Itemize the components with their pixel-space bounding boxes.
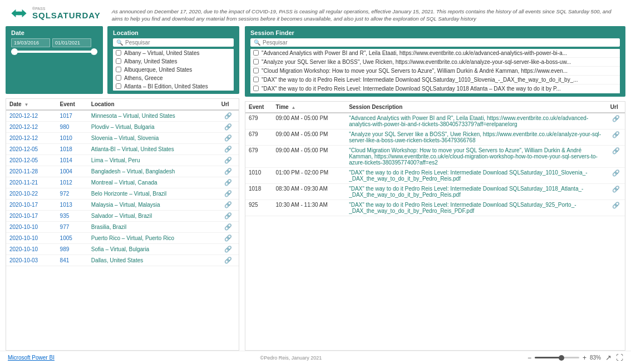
link-icon-6[interactable]: 🔗 xyxy=(224,179,232,186)
table-row[interactable]: 2020-10-10 989 Sofia – Virtual, Bulgaria… xyxy=(6,243,239,255)
location-checkbox-1[interactable] xyxy=(116,58,121,64)
table-row[interactable]: 2020-12-12 980 Plovdiv – Virtual, Bulgar… xyxy=(6,121,239,132)
col-url[interactable]: Url xyxy=(218,99,239,110)
table-row[interactable]: 2020-12-05 1014 Lima – Virtual, Peru 🔗 xyxy=(6,154,239,166)
table-row[interactable]: 1018 08:30 AM - 09:30 AM "DAX" the way t… xyxy=(245,183,625,200)
table-row[interactable]: 679 09:00 AM - 05:00 PM "Advanced Analyt… xyxy=(245,113,625,129)
table-row[interactable]: 2020-10-17 935 Salvador – Virtual, Brazi… xyxy=(6,210,239,221)
date-start-input[interactable] xyxy=(11,38,50,47)
list-item[interactable]: "DAX" the way to do it Pedro Reis Level:… xyxy=(250,76,620,84)
table-row[interactable]: 679 09:00 AM - 05:00 PM "Analyze your SQ… xyxy=(245,129,625,145)
link-icon-9[interactable]: 🔗 xyxy=(224,212,232,219)
list-item[interactable]: Albuquerque, United States xyxy=(113,66,234,74)
event-url-13[interactable]: 🔗 xyxy=(218,255,239,266)
session-url-4[interactable]: 🔗 xyxy=(607,183,625,200)
link-icon-12[interactable]: 🔗 xyxy=(224,246,232,252)
date-slider-left-handle[interactable] xyxy=(11,48,18,55)
session-link-icon-1[interactable]: 🔗 xyxy=(612,131,620,138)
list-item[interactable]: "DAX" the way to do it Pedro Reis Level:… xyxy=(250,84,620,93)
event-url-8[interactable]: 🔗 xyxy=(218,199,239,210)
location-checkbox-4[interactable] xyxy=(116,83,121,89)
event-url-3[interactable]: 🔗 xyxy=(218,143,239,154)
location-search-input[interactable] xyxy=(125,39,230,46)
list-item[interactable]: "Advanced Analytics with Power BI and R"… xyxy=(250,49,620,58)
session-link-icon-0[interactable]: 🔗 xyxy=(612,115,620,122)
col-event[interactable]: Event xyxy=(57,99,88,110)
link-icon-11[interactable]: 🔗 xyxy=(224,235,232,241)
session-checkbox-4[interactable] xyxy=(253,86,259,91)
list-item[interactable]: "Cloud Migration Workshop: How to move y… xyxy=(250,67,620,76)
session-url-0[interactable]: 🔗 xyxy=(607,113,625,129)
location-checkbox-2[interactable] xyxy=(116,67,121,72)
link-icon-1[interactable]: 🔗 xyxy=(224,123,232,130)
event-url-0[interactable]: 🔗 xyxy=(218,110,239,122)
session-link-icon-4[interactable]: 🔗 xyxy=(612,186,620,192)
zoom-minus-button[interactable]: − xyxy=(528,354,531,362)
list-item[interactable]: Albany – Virtual, United States xyxy=(113,49,234,57)
link-icon-5[interactable]: 🔗 xyxy=(224,168,232,174)
location-checkbox-3[interactable] xyxy=(116,75,121,81)
date-slider-track[interactable] xyxy=(11,51,97,53)
table-row[interactable]: 1010 01:00 PM - 02:00 PM "DAX" the way t… xyxy=(245,167,625,183)
location-checkbox-0[interactable] xyxy=(116,50,121,56)
session-url-5[interactable]: 🔗 xyxy=(607,200,625,216)
zoom-slider[interactable] xyxy=(535,357,579,358)
table-row[interactable]: 925 10:30 AM - 11:30 AM "DAX" the way to… xyxy=(245,200,625,216)
session-link-icon-2[interactable]: 🔗 xyxy=(612,147,620,154)
link-icon-4[interactable]: 🔗 xyxy=(224,157,232,163)
event-url-12[interactable]: 🔗 xyxy=(218,243,239,255)
table-row[interactable]: 2020-12-12 1017 Minnesota – Virtual, Uni… xyxy=(6,110,239,122)
session-link-icon-3[interactable]: 🔗 xyxy=(612,169,620,176)
session-url-1[interactable]: 🔗 xyxy=(607,129,625,145)
fullscreen-icon[interactable]: ⛶ xyxy=(616,353,623,362)
event-url-2[interactable]: 🔗 xyxy=(218,132,239,143)
session-checkbox-2[interactable] xyxy=(253,68,259,73)
link-icon-7[interactable]: 🔗 xyxy=(224,190,232,197)
external-link-icon[interactable]: ↗ xyxy=(605,353,612,362)
session-checkbox-3[interactable] xyxy=(253,77,259,82)
zoom-slider-handle[interactable] xyxy=(559,355,564,361)
col-location[interactable]: Location xyxy=(88,99,218,110)
link-icon-8[interactable]: 🔗 xyxy=(224,201,232,208)
scol-desc[interactable]: Session Description xyxy=(346,102,607,113)
link-icon-2[interactable]: 🔗 xyxy=(224,134,232,141)
table-row[interactable]: 2020-12-12 1010 Slovenia – Virtual, Slov… xyxy=(6,132,239,143)
list-item[interactable]: Athens, Greece xyxy=(113,74,234,82)
event-url-1[interactable]: 🔗 xyxy=(218,121,239,132)
session-checkbox-1[interactable] xyxy=(253,59,259,64)
session-link-icon-5[interactable]: 🔗 xyxy=(612,202,620,208)
zoom-plus-button[interactable]: + xyxy=(583,354,586,362)
list-item[interactable]: "Analyze your SQL Server like a BOSS", U… xyxy=(250,58,620,67)
table-row[interactable]: 2020-10-10 1005 Puerto Rico – Virtual, P… xyxy=(6,232,239,243)
event-url-9[interactable]: 🔗 xyxy=(218,210,239,221)
scol-url[interactable]: Url xyxy=(607,102,625,113)
table-row[interactable]: 2020-10-17 1013 Malaysia – Virtual, Mala… xyxy=(6,199,239,210)
session-search-input[interactable] xyxy=(263,39,617,46)
event-url-7[interactable]: 🔗 xyxy=(218,188,239,199)
event-url-6[interactable]: 🔗 xyxy=(218,177,239,188)
event-url-5[interactable]: 🔗 xyxy=(218,166,239,177)
col-date[interactable]: Date ▼ xyxy=(6,99,57,110)
table-row[interactable]: 679 09:00 AM - 05:00 PM "Cloud Migration… xyxy=(245,145,625,167)
powerbi-link[interactable]: Microsoft Power BI xyxy=(8,355,55,361)
session-url-2[interactable]: 🔗 xyxy=(607,145,625,167)
link-icon-10[interactable]: 🔗 xyxy=(224,223,232,230)
scol-time[interactable]: Time ▲ xyxy=(272,102,346,113)
session-checkbox-0[interactable] xyxy=(253,50,259,56)
event-url-11[interactable]: 🔗 xyxy=(218,232,239,243)
link-icon-0[interactable]: 🔗 xyxy=(224,112,232,119)
scol-event[interactable]: Event xyxy=(245,102,272,113)
event-url-4[interactable]: 🔗 xyxy=(218,154,239,166)
session-url-3[interactable]: 🔗 xyxy=(607,167,625,183)
list-item[interactable]: Albany, United States xyxy=(113,57,234,66)
table-row[interactable]: 2020-10-03 841 Dallas, United States 🔗 xyxy=(6,255,239,266)
table-row[interactable]: 2020-11-28 1004 Bangladesh – Virtual, Ba… xyxy=(6,166,239,177)
table-row[interactable]: 2020-11-21 1012 Montreal – Virtual, Cana… xyxy=(6,177,239,188)
event-url-10[interactable]: 🔗 xyxy=(218,221,239,232)
link-icon-3[interactable]: 🔗 xyxy=(224,146,232,152)
table-row[interactable]: 2020-10-10 977 Brasilia, Brazil 🔗 xyxy=(6,221,239,232)
date-slider-right-handle[interactable] xyxy=(91,48,97,55)
table-row[interactable]: 2020-10-22 972 Belo Horizonte – Virtual,… xyxy=(6,188,239,199)
table-row[interactable]: 2020-12-05 1018 Atlanta-BI – Virtual, Un… xyxy=(6,143,239,154)
link-icon-13[interactable]: 🔗 xyxy=(224,257,232,263)
